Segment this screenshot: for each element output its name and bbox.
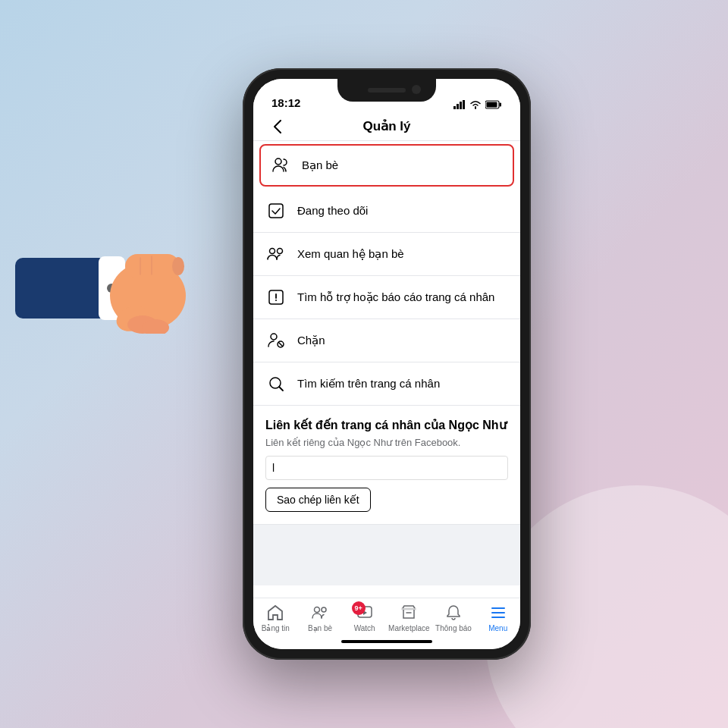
menu-item-following[interactable]: Đang theo dõi xyxy=(253,190,520,233)
notifications-label: Thông báo xyxy=(435,624,472,632)
menu-list: Bạn bè Đang theo dõi xyxy=(253,141,520,598)
friends-icon xyxy=(270,155,291,176)
svg-rect-16 xyxy=(500,103,502,107)
menu-icon xyxy=(488,603,508,623)
menu-item-block-label: Chặn xyxy=(297,333,325,348)
menu-item-friends-label: Bạn bè xyxy=(302,158,338,173)
scene: 18:12 xyxy=(0,0,728,728)
svg-point-24 xyxy=(275,300,277,301)
svg-point-20 xyxy=(270,249,275,254)
nav-item-menu[interactable]: Menu xyxy=(475,603,520,632)
friends-nav-label: Bạn bè xyxy=(308,624,332,632)
page-title: Quản lý xyxy=(363,118,411,134)
svg-point-30 xyxy=(315,607,320,613)
home-label: Bảng tin xyxy=(262,624,290,632)
link-section-title: Liên kết đến trang cá nhân của Ngọc Như xyxy=(265,418,508,434)
notch xyxy=(337,79,436,102)
menu-item-report[interactable]: Tìm hỗ trợ hoặc báo cáo trang cá nhân xyxy=(253,276,520,319)
link-section-subtitle: Liên kết riêng của Ngọc Như trên Faceboo… xyxy=(265,437,508,448)
watch-badge: 9+ xyxy=(352,601,366,615)
menu-item-relationship-label: Xem quan hệ bạn bè xyxy=(297,246,404,262)
status-time: 18:12 xyxy=(271,96,300,109)
menu-label: Menu xyxy=(488,624,507,632)
hand-illustration xyxy=(15,212,190,334)
gray-content-area xyxy=(253,525,520,585)
status-bar: 18:12 xyxy=(253,79,520,112)
nav-item-home[interactable]: Bảng tin xyxy=(253,603,298,632)
svg-rect-13 xyxy=(460,102,462,109)
block-icon xyxy=(265,330,287,351)
svg-line-27 xyxy=(279,343,283,347)
link-section: Liên kết đến trang cá nhân của Ngọc Như … xyxy=(253,406,520,525)
svg-rect-11 xyxy=(453,106,456,109)
menu-item-relationship[interactable]: Xem quan hệ bạn bè xyxy=(253,233,520,276)
menu-item-following-label: Đang theo dõi xyxy=(297,203,368,218)
svg-line-29 xyxy=(279,387,283,391)
phone-frame: 18:12 xyxy=(243,68,531,660)
home-indicator xyxy=(253,634,520,649)
svg-point-31 xyxy=(322,607,326,612)
battery-icon xyxy=(485,100,502,109)
friends-nav-icon xyxy=(310,603,330,623)
signal-icon xyxy=(453,100,466,109)
svg-rect-17 xyxy=(487,102,497,108)
relationship-icon xyxy=(265,243,287,265)
status-icons xyxy=(453,100,502,109)
svg-point-25 xyxy=(271,334,277,340)
home-icon xyxy=(265,603,285,623)
bell-icon xyxy=(444,603,463,623)
svg-point-21 xyxy=(278,249,283,254)
svg-point-18 xyxy=(275,158,281,165)
menu-item-search[interactable]: Tìm kiếm trên trang cá nhân xyxy=(253,362,520,406)
watch-nav-icon: 9+ xyxy=(355,603,375,623)
header-bar: Quản lý xyxy=(253,112,520,141)
wifi-icon xyxy=(469,100,482,109)
following-icon xyxy=(265,200,287,221)
marketplace-label: Marketplace xyxy=(388,624,429,632)
svg-rect-12 xyxy=(457,104,459,109)
svg-rect-14 xyxy=(463,100,465,109)
menu-item-search-label: Tìm kiếm trên trang cá nhân xyxy=(297,376,440,391)
nav-item-marketplace[interactable]: Marketplace xyxy=(387,603,431,632)
menu-item-friends[interactable]: Bạn bè xyxy=(259,144,514,187)
nav-item-friends[interactable]: Bạn bè xyxy=(298,603,343,632)
phone-screen: 18:12 xyxy=(253,79,520,649)
marketplace-icon xyxy=(399,603,419,623)
camera xyxy=(412,85,421,94)
link-input[interactable] xyxy=(265,456,508,480)
nav-item-notifications[interactable]: Thông báo xyxy=(431,603,476,632)
copy-link-button[interactable]: Sao chép liên kết xyxy=(265,488,371,512)
search-icon xyxy=(265,373,287,394)
nav-item-watch[interactable]: 9+ Watch xyxy=(342,603,387,632)
menu-item-report-label: Tìm hỗ trợ hoặc báo cáo trang cá nhân xyxy=(297,290,494,305)
back-button[interactable] xyxy=(265,115,290,139)
bottom-nav: Bảng tin Bạn bè xyxy=(253,598,520,634)
svg-point-5 xyxy=(172,257,184,275)
menu-item-block[interactable]: Chặn xyxy=(253,319,520,362)
speaker xyxy=(368,88,406,93)
report-icon xyxy=(265,287,287,308)
svg-rect-19 xyxy=(269,204,283,218)
home-indicator-bar xyxy=(341,640,432,643)
watch-label: Watch xyxy=(354,624,375,632)
svg-rect-4 xyxy=(125,254,180,278)
